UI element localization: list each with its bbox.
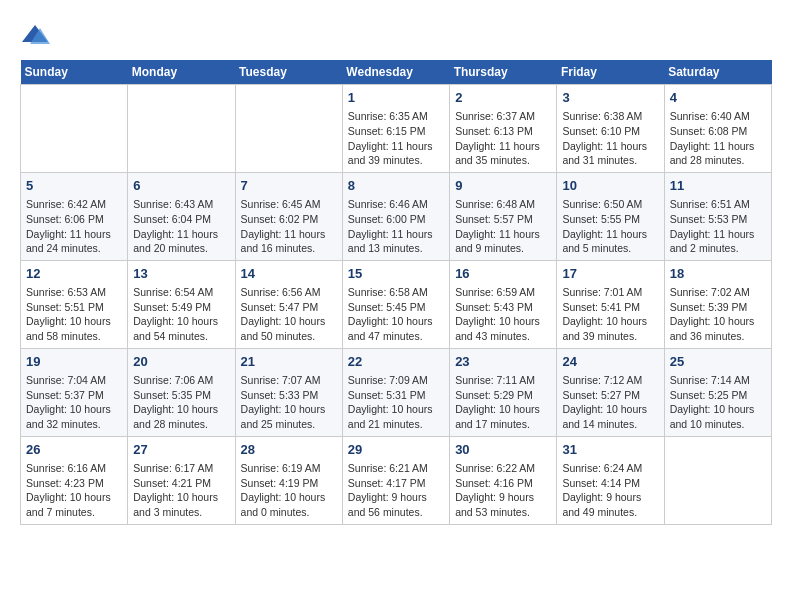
logo: [20, 20, 54, 50]
calendar-cell: 10Sunrise: 6:50 AMSunset: 5:55 PMDayligh…: [557, 172, 664, 260]
day-info-line: Daylight: 11 hours: [562, 139, 658, 154]
day-number: 9: [455, 177, 551, 195]
day-info-line: Sunrise: 6:46 AM: [348, 197, 444, 212]
day-info-line: Sunrise: 7:07 AM: [241, 373, 337, 388]
day-info-line: Daylight: 10 hours: [133, 490, 229, 505]
day-header-friday: Friday: [557, 60, 664, 85]
day-info-line: Sunrise: 6:51 AM: [670, 197, 766, 212]
day-number: 16: [455, 265, 551, 283]
page-header: [20, 20, 772, 50]
day-header-saturday: Saturday: [664, 60, 771, 85]
day-number: 11: [670, 177, 766, 195]
day-info-line: Daylight: 10 hours: [133, 402, 229, 417]
day-info-line: Sunset: 5:53 PM: [670, 212, 766, 227]
calendar-cell: 18Sunrise: 7:02 AMSunset: 5:39 PMDayligh…: [664, 260, 771, 348]
day-info-line: Sunrise: 7:12 AM: [562, 373, 658, 388]
calendar-cell: [21, 85, 128, 173]
day-info-line: Sunset: 5:45 PM: [348, 300, 444, 315]
day-info-line: Daylight: 11 hours: [26, 227, 122, 242]
day-number: 22: [348, 353, 444, 371]
day-info-line: and 47 minutes.: [348, 329, 444, 344]
day-number: 28: [241, 441, 337, 459]
calendar-cell: 14Sunrise: 6:56 AMSunset: 5:47 PMDayligh…: [235, 260, 342, 348]
calendar-cell: 19Sunrise: 7:04 AMSunset: 5:37 PMDayligh…: [21, 348, 128, 436]
day-info-line: Daylight: 10 hours: [670, 402, 766, 417]
day-info-line: and 16 minutes.: [241, 241, 337, 256]
day-info-line: Daylight: 10 hours: [670, 314, 766, 329]
day-info-line: Sunrise: 6:19 AM: [241, 461, 337, 476]
day-info-line: Sunrise: 7:14 AM: [670, 373, 766, 388]
day-number: 1: [348, 89, 444, 107]
day-info-line: Sunset: 5:51 PM: [26, 300, 122, 315]
day-info-line: Daylight: 10 hours: [348, 314, 444, 329]
day-number: 30: [455, 441, 551, 459]
day-info-line: Daylight: 11 hours: [133, 227, 229, 242]
calendar-cell: 2Sunrise: 6:37 AMSunset: 6:13 PMDaylight…: [450, 85, 557, 173]
day-info-line: and 17 minutes.: [455, 417, 551, 432]
day-info-line: Daylight: 10 hours: [241, 314, 337, 329]
day-info-line: Sunrise: 7:11 AM: [455, 373, 551, 388]
day-number: 17: [562, 265, 658, 283]
day-info-line: Daylight: 11 hours: [670, 227, 766, 242]
day-info-line: Sunset: 5:33 PM: [241, 388, 337, 403]
day-header-sunday: Sunday: [21, 60, 128, 85]
day-info-line: Daylight: 11 hours: [348, 227, 444, 242]
day-info-line: Sunset: 5:47 PM: [241, 300, 337, 315]
day-info-line: Daylight: 9 hours: [455, 490, 551, 505]
day-info-line: Sunrise: 6:42 AM: [26, 197, 122, 212]
calendar-cell: 12Sunrise: 6:53 AMSunset: 5:51 PMDayligh…: [21, 260, 128, 348]
day-info-line: Sunrise: 6:35 AM: [348, 109, 444, 124]
day-info-line: Daylight: 10 hours: [562, 314, 658, 329]
day-info-line: Daylight: 10 hours: [133, 314, 229, 329]
day-number: 2: [455, 89, 551, 107]
day-info-line: Sunset: 5:25 PM: [670, 388, 766, 403]
calendar-table: SundayMondayTuesdayWednesdayThursdayFrid…: [20, 60, 772, 525]
calendar-cell: 6Sunrise: 6:43 AMSunset: 6:04 PMDaylight…: [128, 172, 235, 260]
calendar-cell: 24Sunrise: 7:12 AMSunset: 5:27 PMDayligh…: [557, 348, 664, 436]
day-info-line: Sunset: 6:08 PM: [670, 124, 766, 139]
day-info-line: and 2 minutes.: [670, 241, 766, 256]
day-info-line: Sunset: 5:55 PM: [562, 212, 658, 227]
calendar-cell: 11Sunrise: 6:51 AMSunset: 5:53 PMDayligh…: [664, 172, 771, 260]
day-info-line: Sunset: 5:39 PM: [670, 300, 766, 315]
day-info-line: and 32 minutes.: [26, 417, 122, 432]
day-info-line: Sunrise: 6:22 AM: [455, 461, 551, 476]
day-info-line: and 36 minutes.: [670, 329, 766, 344]
day-info-line: Sunrise: 7:04 AM: [26, 373, 122, 388]
calendar-cell: 4Sunrise: 6:40 AMSunset: 6:08 PMDaylight…: [664, 85, 771, 173]
day-info-line: Sunset: 6:02 PM: [241, 212, 337, 227]
calendar-cell: 1Sunrise: 6:35 AMSunset: 6:15 PMDaylight…: [342, 85, 449, 173]
day-info-line: and 0 minutes.: [241, 505, 337, 520]
day-number: 5: [26, 177, 122, 195]
day-header-wednesday: Wednesday: [342, 60, 449, 85]
calendar-week-row: 5Sunrise: 6:42 AMSunset: 6:06 PMDaylight…: [21, 172, 772, 260]
day-header-monday: Monday: [128, 60, 235, 85]
day-number: 8: [348, 177, 444, 195]
day-info-line: and 7 minutes.: [26, 505, 122, 520]
logo-icon: [20, 20, 50, 50]
day-number: 3: [562, 89, 658, 107]
day-info-line: Daylight: 10 hours: [26, 490, 122, 505]
day-info-line: Daylight: 10 hours: [241, 402, 337, 417]
calendar-cell: 23Sunrise: 7:11 AMSunset: 5:29 PMDayligh…: [450, 348, 557, 436]
day-info-line: Sunset: 4:23 PM: [26, 476, 122, 491]
day-info-line: Daylight: 10 hours: [455, 402, 551, 417]
calendar-cell: 28Sunrise: 6:19 AMSunset: 4:19 PMDayligh…: [235, 436, 342, 524]
day-info-line: Sunrise: 6:40 AM: [670, 109, 766, 124]
day-info-line: Sunset: 4:17 PM: [348, 476, 444, 491]
day-info-line: and 53 minutes.: [455, 505, 551, 520]
day-info-line: and 5 minutes.: [562, 241, 658, 256]
day-header-tuesday: Tuesday: [235, 60, 342, 85]
day-info-line: Sunrise: 6:45 AM: [241, 197, 337, 212]
calendar-cell: 22Sunrise: 7:09 AMSunset: 5:31 PMDayligh…: [342, 348, 449, 436]
day-number: 13: [133, 265, 229, 283]
day-info-line: and 28 minutes.: [133, 417, 229, 432]
calendar-cell: 16Sunrise: 6:59 AMSunset: 5:43 PMDayligh…: [450, 260, 557, 348]
day-number: 23: [455, 353, 551, 371]
day-info-line: Sunrise: 7:06 AM: [133, 373, 229, 388]
day-info-line: Sunrise: 7:02 AM: [670, 285, 766, 300]
day-info-line: and 56 minutes.: [348, 505, 444, 520]
day-header-thursday: Thursday: [450, 60, 557, 85]
day-number: 7: [241, 177, 337, 195]
day-info-line: Sunset: 5:43 PM: [455, 300, 551, 315]
